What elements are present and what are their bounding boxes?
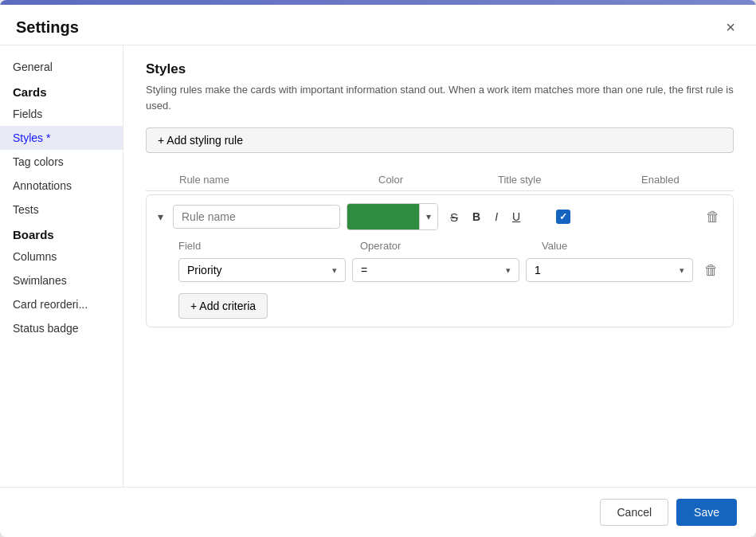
table-header: Rule name Color Title style Enabled: [146, 169, 734, 191]
save-button[interactable]: Save: [676, 499, 737, 526]
sidebar-item-annotations[interactable]: Annotations: [0, 174, 123, 198]
close-button[interactable]: ×: [721, 18, 740, 37]
add-criteria-button[interactable]: + Add criteria: [178, 293, 268, 319]
sidebar-item-tests[interactable]: Tests: [0, 198, 123, 221]
value-select[interactable]: 1 ▾: [526, 258, 693, 282]
col-color: Color: [378, 174, 498, 186]
sidebar-item-status-badge[interactable]: Status badge: [0, 316, 123, 340]
enabled-checkbox[interactable]: [556, 210, 570, 224]
sidebar-item-fields[interactable]: Fields: [0, 102, 123, 126]
field-select-arrow-icon: ▾: [332, 265, 337, 276]
bold-button[interactable]: B: [467, 207, 486, 226]
sidebar-item-styles[interactable]: Styles *: [0, 126, 123, 150]
color-dropdown[interactable]: ▾: [347, 203, 438, 230]
col-title-style: Title style: [498, 174, 641, 186]
sidebar-section-cards: Cards: [0, 79, 123, 102]
rule-row-top: ▾ ▾ S B I U: [155, 203, 725, 230]
sidebar-item-columns[interactable]: Columns: [0, 245, 123, 268]
sidebar: General Cards Fields Styles * Tag colors…: [0, 45, 123, 487]
section-description: Styling rules make the cards with import…: [146, 82, 734, 113]
italic-button[interactable]: I: [489, 207, 503, 226]
col-rule-name: Rule name: [179, 174, 378, 186]
field-header: Field: [178, 240, 354, 252]
title-style-controls: S B I U: [445, 207, 526, 227]
rule-row: ▾ ▾ S B I U: [146, 194, 734, 327]
col-actions: [737, 174, 756, 186]
add-styling-rule-button[interactable]: + Add styling rule: [146, 127, 734, 153]
col-enabled: Enabled: [641, 174, 737, 186]
color-swatch: [347, 204, 419, 229]
value-header: Value: [542, 240, 709, 252]
sidebar-item-tag-colors[interactable]: Tag colors: [0, 150, 123, 174]
main-content: Styles Styling rules make the cards with…: [123, 45, 756, 487]
field-select-value: Priority: [187, 264, 222, 276]
field-select[interactable]: Priority ▾: [178, 258, 346, 282]
actions-header: [715, 240, 747, 252]
value-select-value: 1: [535, 264, 541, 276]
value-select-arrow-icon: ▾: [680, 265, 684, 276]
operator-select-arrow-icon: ▾: [506, 265, 511, 276]
sidebar-item-general[interactable]: General: [0, 55, 123, 79]
rule-name-input[interactable]: [173, 205, 340, 229]
delete-criteria-button[interactable]: 🗑: [699, 261, 723, 280]
modal-footer: Cancel Save: [0, 487, 756, 537]
delete-rule-button[interactable]: 🗑: [701, 207, 725, 227]
sidebar-section-boards: Boards: [0, 221, 123, 245]
color-dropdown-arrow-icon: ▾: [419, 204, 437, 229]
strikethrough-button[interactable]: S: [445, 207, 464, 227]
modal-title: Settings: [16, 18, 79, 37]
section-title: Styles: [146, 61, 734, 77]
underline-button[interactable]: U: [507, 207, 526, 226]
criteria-row: Priority ▾ = ▾ 1 ▾: [178, 258, 725, 282]
operator-header: Operator: [360, 240, 535, 252]
sidebar-item-card-reordering[interactable]: Card reorderi...: [0, 292, 123, 316]
operator-select-value: =: [361, 264, 367, 276]
rule-expand-button[interactable]: ▾: [155, 209, 166, 225]
criteria-header: Field Operator Value: [178, 240, 725, 252]
operator-select[interactable]: = ▾: [352, 258, 519, 282]
criteria-section: Field Operator Value Priority ▾: [155, 240, 725, 319]
sidebar-item-swimlanes[interactable]: Swimlanes: [0, 268, 123, 292]
cancel-button[interactable]: Cancel: [600, 499, 668, 526]
